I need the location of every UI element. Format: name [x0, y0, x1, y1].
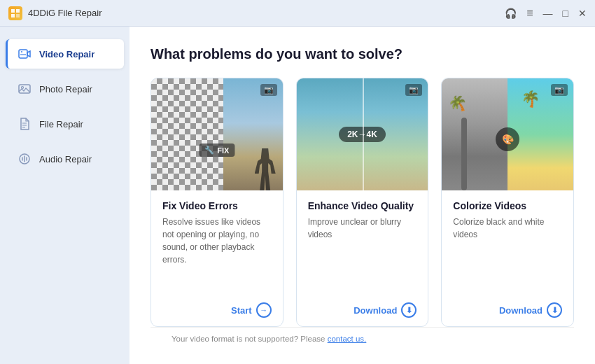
palette-icon: 🎨: [502, 134, 514, 145]
camera-icon-badge: 📷: [260, 84, 277, 96]
card-colorize-action: Download ⬇: [453, 302, 562, 318]
card-fix-action: Start →: [162, 302, 272, 318]
svg-rect-4: [19, 50, 27, 58]
content-area: What problems do you want to solve? 🔧 FI…: [130, 27, 595, 364]
card-colorize-content: Colorize Videos Colorize black and white…: [442, 190, 573, 326]
sidebar-item-audio-repair[interactable]: Audio Repair: [6, 144, 124, 174]
footer: Your video format is not supported? Plea…: [150, 327, 574, 350]
start-arrow-icon: →: [256, 302, 272, 318]
sidebar-item-video-repair[interactable]: Video Repair: [6, 39, 124, 69]
svg-rect-1: [16, 9, 20, 13]
menu-icon[interactable]: ≡: [526, 7, 533, 20]
card-colorize-desc: Colorize black and white videos: [453, 216, 562, 295]
colorize-download-button[interactable]: Download ⬇: [499, 302, 562, 318]
palm-trunk-gray: [461, 118, 467, 190]
sidebar-item-video-repair-label: Video Repair: [39, 49, 94, 59]
card-enhance-image: 2K→4K 📷: [297, 78, 428, 190]
card-enhance-title: Enhance Video Quality: [308, 200, 417, 211]
card-enhance-video: 2K→4K 📷 Enhance Video Quality Improve un…: [296, 78, 429, 327]
card-fix-content: Fix Video Errors Resolve issues like vid…: [151, 190, 283, 326]
photo-repair-icon: [17, 81, 32, 97]
enhance-camera-badge: 📷: [405, 84, 422, 96]
sidebar: Video Repair Photo Repair File Repai: [0, 27, 130, 364]
maximize-icon[interactable]: □: [563, 8, 568, 19]
colorize-badge: 🎨: [496, 127, 519, 151]
app-title: 4DDiG File Repair: [28, 8, 505, 18]
contact-us-link[interactable]: contact us.: [328, 335, 367, 343]
card-colorize-image: 🌴 🌴 🎨 📷: [442, 78, 573, 190]
person-silhouette: [255, 148, 276, 190]
card-enhance-desc: Improve unclear or blurry videos: [308, 216, 417, 295]
card-fix-title: Fix Video Errors: [162, 200, 272, 211]
colorize-camera-badge: 📷: [551, 84, 568, 96]
sidebar-item-photo-repair-label: Photo Repair: [39, 84, 92, 94]
enhance-download-icon: ⬇: [401, 302, 416, 318]
svg-rect-0: [11, 9, 15, 13]
sidebar-item-photo-repair[interactable]: Photo Repair: [6, 74, 124, 104]
divider-line: [363, 78, 364, 190]
sidebar-item-file-repair[interactable]: File Repair: [6, 109, 124, 139]
headphone-icon[interactable]: 🎧: [505, 8, 517, 19]
svg-point-7: [22, 87, 24, 89]
file-repair-icon: [17, 116, 32, 132]
start-button[interactable]: Start →: [231, 302, 272, 318]
cards-grid: 🔧 FIX 📷 Fix Video Errors Resolve issues …: [150, 78, 574, 327]
card-colorize-videos: 🌴 🌴 🎨 📷 Colorize Videos Colorize black a…: [441, 78, 574, 327]
app-logo: [8, 6, 22, 20]
window-controls: 🎧 ≡ — □ ✕: [505, 7, 587, 20]
video-repair-icon: [17, 46, 32, 62]
svg-rect-3: [16, 14, 20, 18]
svg-point-5: [21, 51, 22, 52]
card-colorize-title: Colorize Videos: [453, 200, 562, 211]
svg-rect-2: [11, 14, 15, 18]
audio-repair-icon: [17, 151, 32, 167]
card-enhance-content: Enhance Video Quality Improve unclear or…: [297, 190, 428, 326]
wrench-icon: 🔧: [204, 146, 214, 155]
svg-rect-6: [19, 85, 30, 93]
sidebar-item-audio-repair-label: Audio Repair: [39, 154, 92, 164]
fix-overlay-badge: 🔧 FIX: [199, 144, 234, 157]
close-icon[interactable]: ✕: [578, 8, 587, 19]
start-label: Start: [231, 305, 252, 316]
card-fix-video-errors: 🔧 FIX 📷 Fix Video Errors Resolve issues …: [150, 78, 284, 327]
enhance-download-label: Download: [354, 305, 397, 316]
colorize-download-icon: ⬇: [547, 302, 562, 318]
colorize-download-label: Download: [499, 305, 542, 316]
checkerboard-bg: [151, 78, 223, 190]
palm-fronds-color: 🌴: [519, 88, 541, 109]
card-enhance-action: Download ⬇: [308, 302, 417, 318]
sidebar-item-file-repair-label: File Repair: [39, 119, 83, 130]
card-fix-desc: Resolve issues like videos not opening o…: [162, 216, 272, 295]
footer-text: Your video format is not supported? Plea…: [172, 335, 328, 343]
enhance-download-button[interactable]: Download ⬇: [354, 302, 416, 318]
card-fix-image: 🔧 FIX 📷: [151, 78, 283, 190]
palm-fronds-gray: 🌴: [446, 92, 470, 116]
page-title: What problems do you want to solve?: [150, 46, 574, 62]
title-bar: 4DDiG File Repair 🎧 ≡ — □ ✕: [0, 0, 595, 27]
minimize-icon[interactable]: —: [543, 8, 553, 19]
